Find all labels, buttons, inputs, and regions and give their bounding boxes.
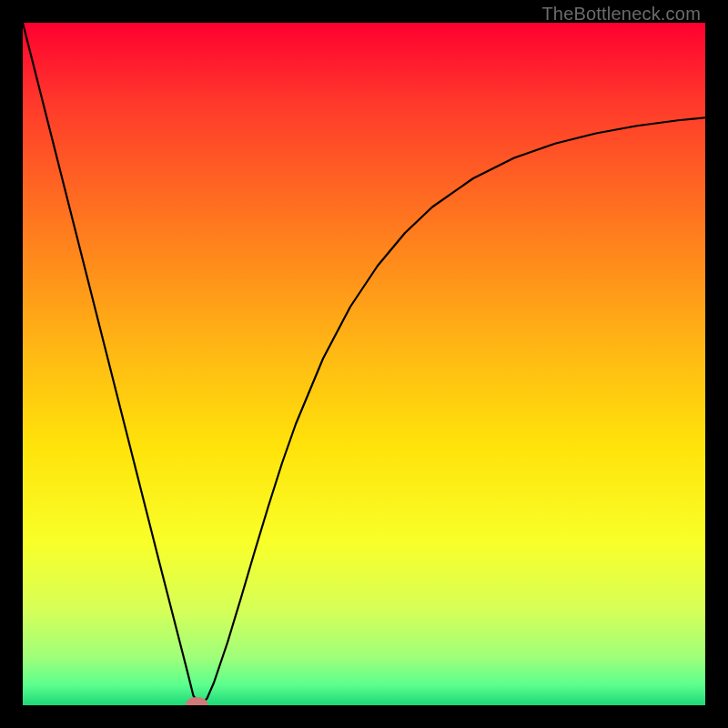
gradient-background	[23, 23, 705, 705]
bottleneck-chart	[23, 23, 705, 705]
watermark-text: TheBottleneck.com	[541, 4, 701, 25]
chart-frame	[23, 23, 705, 705]
